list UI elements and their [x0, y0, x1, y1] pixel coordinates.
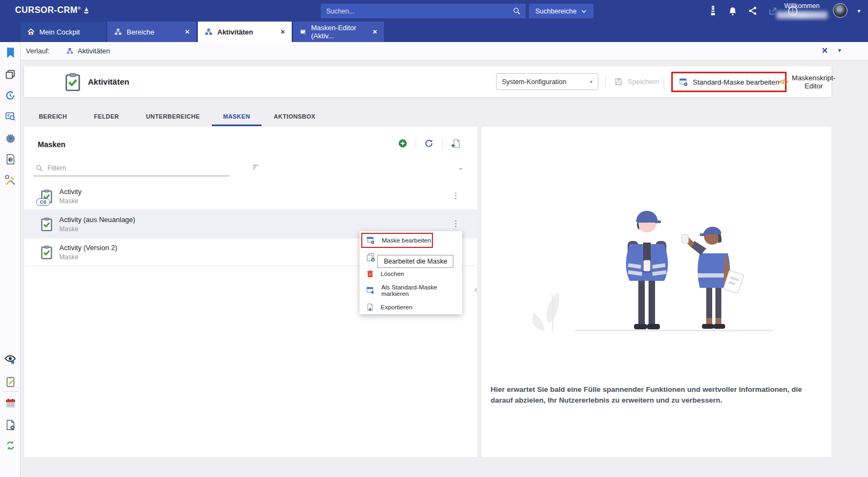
toolbar-separator — [442, 137, 443, 149]
copy-icon — [366, 253, 375, 262]
document-settings-icon[interactable] — [4, 418, 17, 431]
detail-search-icon[interactable] — [4, 110, 17, 123]
expand-filters-icon[interactable]: ⌄ — [458, 163, 464, 171]
home-icon — [27, 28, 35, 36]
close-tab-icon[interactable]: ✕ — [373, 29, 377, 36]
info-message: Hier erwartet Sie bald eine Fülle spanne… — [491, 384, 822, 405]
visit-planning-icon[interactable] — [4, 353, 17, 366]
tooltip: Bearbeitet die Maske — [377, 255, 453, 268]
tab-unterbereiche[interactable]: UNTERBEREICHE — [146, 108, 200, 126]
open-tabs-bar: Mein Cockpit Bereiche ✕ Aktivitäten ✕ Ma… — [0, 22, 868, 42]
chevron-down-icon: ▾ — [590, 79, 593, 85]
mask-subtitle: Maske — [59, 197, 78, 205]
mask-version-badge: C0 — [36, 198, 50, 206]
bookmark-icon[interactable] — [4, 46, 17, 59]
history-label: Verlauf: — [26, 47, 50, 55]
row-menu-icon[interactable]: ⋮ — [452, 191, 460, 201]
toolbar-separator — [416, 137, 416, 149]
user-avatar[interactable] — [833, 3, 848, 18]
left-toolbar — [0, 42, 20, 477]
edit-default-mask-button[interactable]: Standard-Maske bearbeiten — [671, 72, 787, 92]
search-icon — [36, 164, 43, 172]
history-entry-aktivitaeten[interactable]: Aktivitäten — [66, 47, 110, 55]
notifications-bell-icon[interactable] — [727, 5, 738, 16]
add-mask-button[interactable] — [397, 138, 408, 149]
tab-mein-cockpit[interactable]: Mein Cockpit — [20, 22, 106, 42]
history-icon[interactable] — [4, 89, 17, 102]
trash-icon — [366, 269, 374, 278]
mask-clipboard-icon — [39, 245, 54, 260]
app-logo: CURSOR-CRM® — [15, 5, 90, 15]
mask-script-editor-button[interactable]: </> Maskenskript-Editor — [779, 73, 836, 90]
save-icon — [614, 77, 623, 86]
refresh-button[interactable] — [424, 138, 435, 149]
org-chart-icon — [204, 28, 213, 36]
mask-title: Activity — [59, 188, 81, 196]
synchronize-icon[interactable] — [4, 439, 17, 452]
tab-aktivitaeten-active[interactable]: Aktivitäten ✕ — [198, 22, 292, 42]
mask-edit-icon — [679, 78, 688, 87]
toolbar-separator — [605, 75, 606, 88]
tab-aktionsbox[interactable]: AKTIONSBOX — [274, 108, 315, 126]
mask-row-activity[interactable]: C0 Activity Maske ⋮ — [24, 182, 477, 210]
user-menu-chevron-icon[interactable]: ▾ — [857, 8, 860, 15]
search-icon[interactable] — [513, 7, 521, 15]
toolbar-separator — [664, 75, 664, 88]
menu-item-maske-bearbeiten[interactable]: Maske bearbeiten — [360, 232, 462, 248]
page-title: Aktivitäten — [88, 77, 129, 86]
mask-title: Activity (aus Neuanlage) — [59, 216, 135, 224]
tab-masken[interactable]: MASKEN — [212, 108, 261, 126]
menu-item-loeschen[interactable]: Löschen — [360, 266, 462, 282]
sailboat-icon — [82, 6, 90, 14]
search-scope-button[interactable]: Suchbereiche — [529, 4, 594, 18]
filter-row: ⌄ — [33, 160, 468, 177]
toolbar-separator — [775, 75, 775, 88]
top-navigation-bar: CURSOR-CRM® Suchbereiche Willkommen ▾ — [0, 0, 868, 22]
calendar-icon[interactable] — [4, 397, 17, 410]
collapse-panel-handle[interactable]: ‹ — [474, 285, 477, 294]
user-name-redacted — [776, 11, 828, 19]
mask-edit-icon — [366, 236, 375, 245]
history-bar: Verlauf: Aktivitäten ✕ ▾ — [20, 42, 868, 60]
sort-icon[interactable] — [251, 163, 260, 171]
tab-bereich[interactable]: BEREICH — [39, 108, 67, 126]
report-icon[interactable] — [4, 153, 17, 165]
org-chart-icon — [66, 47, 74, 55]
save-button[interactable]: Speichern — [614, 73, 659, 90]
mask-subtitle: Maske — [59, 253, 78, 261]
search-input[interactable] — [321, 8, 513, 15]
process-settings-icon[interactable] — [4, 132, 17, 144]
filter-field — [33, 160, 229, 176]
history-dropdown-icon[interactable]: ▾ — [838, 47, 841, 54]
menu-item-als-standard-maske-markieren[interactable]: Als Standard-Maske markieren — [360, 282, 462, 299]
workers-illustration — [533, 197, 781, 337]
row-menu-icon[interactable]: ⋮ — [452, 219, 460, 229]
tab-felder[interactable]: FELDER — [94, 108, 119, 126]
org-chart-icon — [114, 28, 122, 36]
import-mask-button[interactable] — [450, 138, 461, 149]
admin-tools-icon[interactable] — [4, 174, 17, 186]
info-panel: Hier erwartet Sie bald eine Fülle spanne… — [481, 127, 831, 457]
welcome-label: Willkommen — [776, 2, 828, 10]
sidebar-divider — [2, 391, 18, 392]
lighthouse-icon[interactable] — [707, 5, 718, 16]
protocol-icon[interactable] — [4, 375, 17, 388]
mask-star-icon — [366, 286, 375, 295]
tab-bereiche[interactable]: Bereiche ✕ — [107, 22, 196, 42]
activities-clipboard-icon — [63, 72, 82, 92]
close-history-icon[interactable]: ✕ — [821, 46, 828, 56]
panel-title: Masken — [38, 140, 65, 149]
menu-item-exportieren[interactable]: Exportieren — [360, 299, 462, 315]
share-icon[interactable] — [747, 5, 758, 16]
close-tab-icon[interactable]: ✕ — [185, 29, 190, 36]
entity-header: Aktivitäten System-Konfiguration ▾ Speic… — [24, 66, 831, 97]
mask-clipboard-icon — [39, 217, 54, 232]
tab-masken-editor[interactable]: Masken-Editor (Aktiv... ✕ — [293, 22, 384, 42]
configuration-select[interactable]: System-Konfiguration ▾ — [496, 73, 598, 90]
row-context-menu: Maske bearbeiten Kopieren Löschen Als St… — [360, 231, 462, 314]
windows-icon[interactable] — [4, 68, 17, 81]
close-tab-icon[interactable]: ✕ — [280, 29, 285, 36]
section-tabs: BEREICH FELDER UNTERBEREICHE MASKEN AKTI… — [24, 108, 315, 126]
filter-input[interactable] — [47, 164, 227, 172]
chevron-down-icon — [581, 8, 587, 15]
